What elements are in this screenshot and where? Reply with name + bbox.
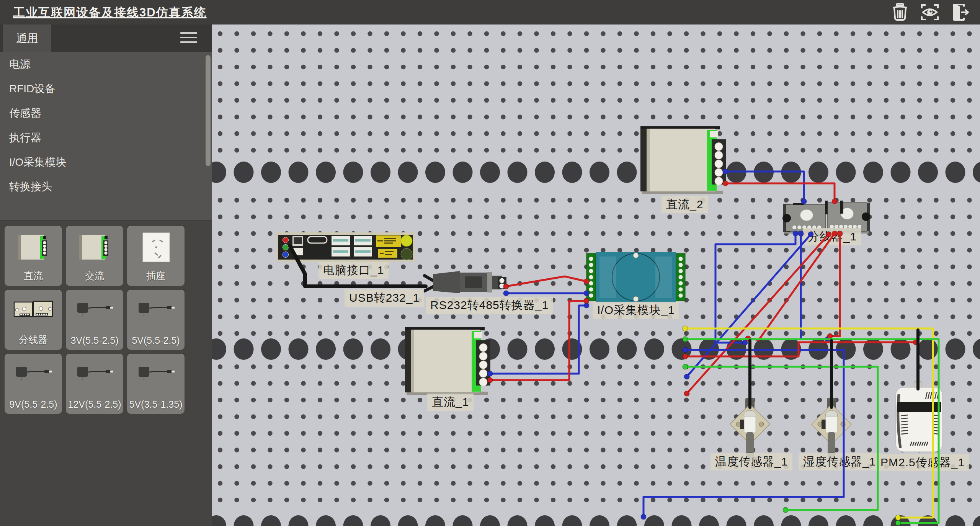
toolbar: [890, 3, 969, 21]
focus-view-icon[interactable]: [920, 3, 939, 21]
device-label-pm25: PM2.5传感器_1: [876, 454, 969, 471]
tile-7[interactable]: 12V(5.5-2.5): [66, 354, 123, 414]
tile-5[interactable]: 5V(5.5-2.5): [127, 290, 185, 350]
tile-2[interactable]: 插座: [127, 226, 185, 286]
device-label-rs485: RS232转485转换器_1: [426, 297, 553, 314]
adapter-thumb: [12, 360, 54, 385]
socket-thumb: [137, 232, 174, 263]
adapter-thumb: [74, 296, 116, 321]
app-title: 工业互联网设备及接线3D仿真系统: [13, 5, 207, 21]
tab-general[interactable]: 通用: [3, 25, 51, 52]
tile-label: 9V(5.5-2.5): [5, 399, 62, 410]
splitter-thumb: [10, 296, 56, 323]
sidebar: 通用 电源RFID设备传感器执行器I/O采集模块转换接头 直流 交流 插座: [0, 25, 212, 526]
tab-strip: 通用: [0, 25, 212, 52]
adapter-thumb: [74, 360, 116, 385]
tile-label: 直流: [5, 270, 62, 282]
trash-icon[interactable]: [890, 3, 910, 21]
device-label-pc1: 电脑接口_1: [318, 262, 389, 279]
tile-8[interactable]: 5V(3.5-1.35): [127, 354, 185, 414]
device-label-temp1: 温度传感器_1: [710, 453, 792, 470]
tile-label: 3V(5.5-2.5): [66, 335, 123, 346]
sidebar-item-1[interactable]: RFID设备: [0, 77, 212, 101]
device-label-split1: 分线器_1: [803, 228, 861, 245]
device-label-dc1: 直流_1: [427, 394, 474, 411]
sidebar-item-4[interactable]: I/O采集模块: [0, 150, 212, 175]
top-bar: 工业互联网设备及接线3D仿真系统: [0, 0, 980, 25]
psu-thumb: [76, 232, 113, 263]
tile-label: 分线器: [5, 333, 62, 346]
sidebar-item-5[interactable]: 转换接头: [0, 175, 212, 199]
device-label-dc2: 直流_2: [662, 196, 708, 213]
tile-label: 5V(3.5-1.35): [127, 399, 185, 410]
tile-label: 插座: [127, 270, 185, 282]
tile-3[interactable]: 分线器: [5, 290, 62, 350]
sidebar-item-0[interactable]: 电源: [0, 52, 212, 77]
category-menu: 电源RFID设备传感器执行器I/O采集模块转换接头: [0, 52, 212, 221]
hamburger-icon[interactable]: [180, 32, 197, 44]
device-label-hum1: 湿度传感器_1: [799, 453, 880, 470]
psu-thumb: [15, 232, 52, 263]
sidebar-item-3[interactable]: 执行器: [0, 126, 212, 150]
tile-label: 12V(5.5-2.5): [66, 399, 123, 410]
tile-label: 交流: [66, 270, 123, 282]
tile-4[interactable]: 3V(5.5-2.5): [66, 290, 123, 350]
adapter-thumb: [135, 360, 177, 385]
component-tiles: 直流 交流 插座 分线器 3V(5.5-2.5) 5V(5.5-2.5) 9V(…: [0, 221, 212, 526]
device-label-iom1: I/O采集模块_1: [593, 302, 679, 319]
device-labels-layer: 直流_2电脑接口_1USB转232_1RS232转485转换器_1I/O采集模块…: [212, 25, 980, 526]
sidebar-item-2[interactable]: 传感器: [0, 101, 212, 126]
adapter-thumb: [135, 296, 177, 321]
tile-6[interactable]: 9V(5.5-2.5): [5, 354, 62, 414]
menu-scrollbar[interactable]: [206, 55, 211, 166]
tile-0[interactable]: 直流: [5, 226, 62, 286]
tile-1[interactable]: 交流: [66, 226, 123, 286]
device-label-usb232: USB转232_1: [345, 289, 424, 307]
exit-icon[interactable]: [950, 3, 969, 21]
tile-label: 5V(5.5-2.5): [127, 335, 185, 346]
simulation-canvas[interactable]: 直流_2电脑接口_1USB转232_1RS232转485转换器_1I/O采集模块…: [212, 25, 980, 526]
